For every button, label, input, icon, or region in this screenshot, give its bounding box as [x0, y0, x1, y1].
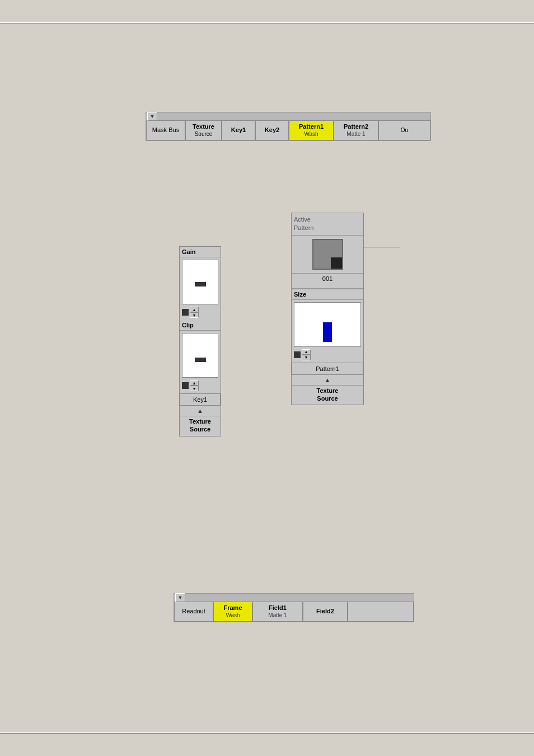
- page: Mask Bus Texture Source Key1 Key2 Patter…: [0, 0, 534, 756]
- active-pattern-line2: Pattern: [294, 224, 313, 231]
- texture-source-left-line2: Source: [190, 426, 210, 433]
- clip-slider-thumb: [195, 358, 206, 362]
- key1-bottom-button[interactable]: Key1: [180, 393, 221, 406]
- clip-down-button[interactable]: ▼: [190, 386, 199, 391]
- gain-indicator: [182, 309, 189, 316]
- texture-source-left-arrow: ▲: [180, 406, 221, 416]
- frame-label: Frame: [223, 604, 242, 612]
- mask-bus-panel: Mask Bus Texture Source Key1 Key2 Patter…: [146, 112, 431, 141]
- size-up-button[interactable]: ▲: [302, 349, 311, 355]
- cell-key1[interactable]: Key1: [222, 120, 255, 140]
- pattern2-sublabel: Matte 1: [346, 131, 365, 138]
- texture-source-left-line1: Texture: [189, 418, 211, 425]
- gain-slider-thumb: [195, 282, 206, 287]
- clip-indicator: [182, 382, 189, 389]
- readout-row: Readout Frame Wash Field1 Matte 1 Field2: [174, 602, 414, 622]
- texture-source-right-arrow: ▲: [292, 375, 363, 385]
- cell-texture-source[interactable]: Texture Source: [185, 120, 222, 140]
- mask-bus-row: Mask Bus Texture Source Key1 Key2 Patter…: [146, 120, 430, 140]
- cell-frame[interactable]: Frame Wash: [213, 602, 252, 622]
- gain-spinner-area: ▲ ▼: [180, 307, 221, 320]
- cell-mask-bus[interactable]: Mask Bus: [146, 120, 185, 140]
- clip-label: Clip: [180, 320, 221, 331]
- gain-label: Gain: [180, 247, 221, 257]
- frame-sublabel: Wash: [226, 612, 240, 619]
- pattern-thumbnail-corner: [331, 257, 342, 269]
- bottom-divider: [0, 732, 534, 734]
- field2-label: Field2: [316, 608, 334, 615]
- active-pattern-line1: Active: [294, 216, 311, 223]
- size-section: Size ▲ ▼: [292, 288, 363, 363]
- texture-source-right-button[interactable]: Texture Source: [292, 385, 363, 405]
- mask-bus-label: Mask Bus: [152, 126, 179, 134]
- connector-line: [363, 247, 400, 247]
- clip-spinner-area: ▲ ▼: [180, 380, 221, 393]
- field1-label: Field1: [269, 604, 287, 612]
- pattern1-sublabel: Wash: [304, 131, 318, 138]
- size-spinners: ▲ ▼: [302, 349, 311, 360]
- clip-up-button[interactable]: ▲: [190, 380, 199, 386]
- cell-pattern1[interactable]: Pattern1 Wash: [289, 120, 334, 140]
- ou-label: Ou: [401, 127, 408, 134]
- clip-slider-track[interactable]: [182, 333, 218, 378]
- size-slider-thumb-blue: [323, 322, 332, 342]
- texture-source-sublabel: Source: [195, 131, 213, 138]
- cell-readout[interactable]: Readout: [174, 602, 213, 622]
- texture-label: Texture: [193, 123, 214, 130]
- size-spinner-area: ▲ ▼: [292, 349, 363, 363]
- readout-tick-row: [174, 594, 414, 602]
- right-control-group: Active Pattern 001 Size ▲ ▼ P: [291, 213, 364, 405]
- cell-key2[interactable]: Key2: [255, 120, 289, 140]
- top-divider: [0, 22, 534, 24]
- pattern-number: 001: [292, 273, 363, 284]
- clip-spinners: ▲ ▼: [190, 380, 199, 391]
- size-indicator: [294, 351, 301, 358]
- pattern2-label: Pattern2: [344, 123, 368, 130]
- cell-pattern2[interactable]: Pattern2 Matte 1: [334, 120, 378, 140]
- texture-source-right-line1: Texture: [317, 387, 339, 394]
- left-control-group: Gain ▲ ▼ Clip ▲ ▼ Key1 ▲: [179, 246, 221, 436]
- pattern-thumbnail: [312, 239, 343, 270]
- size-slider-track[interactable]: [294, 302, 361, 347]
- texture-source-left-button[interactable]: Texture Source: [180, 416, 221, 436]
- dropdown-arrow[interactable]: [147, 112, 157, 121]
- active-pattern-header: Active Pattern: [292, 213, 363, 236]
- pattern1-label: Pattern1: [299, 123, 324, 130]
- gain-slider-track[interactable]: [182, 260, 218, 304]
- gain-spinners: ▲ ▼: [190, 307, 199, 318]
- tick-row: [146, 112, 430, 120]
- gain-up-button[interactable]: ▲: [190, 307, 199, 312]
- pattern1-bottom-button[interactable]: Pattern1: [292, 363, 363, 375]
- field1-sublabel: Matte 1: [268, 612, 287, 619]
- size-label: Size: [292, 289, 363, 300]
- cell-field1[interactable]: Field1 Matte 1: [252, 602, 303, 622]
- size-down-button[interactable]: ▼: [302, 355, 311, 360]
- cell-remainder: [348, 602, 414, 622]
- cell-field2[interactable]: Field2: [303, 602, 348, 622]
- key2-label: Key2: [265, 126, 279, 134]
- key1-label: Key1: [231, 126, 246, 134]
- readout-dropdown-arrow[interactable]: [175, 593, 185, 602]
- readout-panel: Readout Frame Wash Field1 Matte 1 Field2: [174, 593, 414, 622]
- cell-ou: Ou: [378, 120, 430, 140]
- texture-source-right-line2: Source: [317, 395, 338, 402]
- readout-label: Readout: [182, 608, 205, 615]
- gain-down-button[interactable]: ▼: [190, 312, 199, 318]
